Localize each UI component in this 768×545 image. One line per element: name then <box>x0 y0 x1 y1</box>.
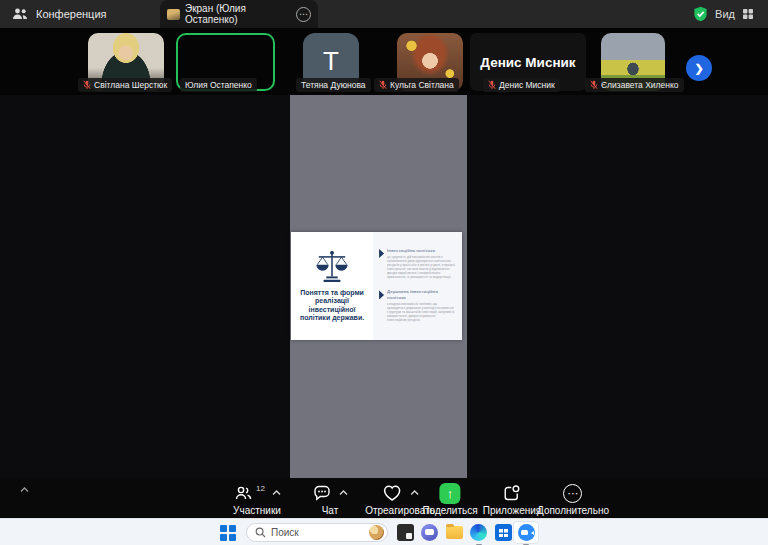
search-icon <box>255 527 266 538</box>
mic-muted-icon <box>379 80 387 90</box>
section-body: складова економічної політики, що провод… <box>387 302 455 322</box>
participant-name-label: Світлана Шерстюк <box>78 78 172 92</box>
search-placeholder: Поиск <box>271 527 299 538</box>
chevron-up-icon[interactable] <box>339 490 348 496</box>
edge-browser-icon[interactable] <box>470 524 487 541</box>
avatar-initial: T <box>323 46 339 77</box>
next-participants-button[interactable]: ❯ <box>686 55 712 81</box>
taskbar-search[interactable]: Поиск <box>246 523 388 542</box>
participant-name-label: Денис Мисник <box>483 78 560 92</box>
chevron-up-icon[interactable] <box>272 490 281 496</box>
more-ellipsis-icon: ⋯ <box>563 484 582 503</box>
gallery-grid-icon[interactable] <box>742 8 754 20</box>
section-body: це сукупність дій економічних агентів з … <box>387 255 455 279</box>
participant-name-label: Кульга Світлана <box>374 78 459 92</box>
task-view-icon[interactable] <box>397 524 414 541</box>
view-button-label[interactable]: Вид <box>715 8 735 20</box>
zoom-app-active[interactable] <box>513 521 539 544</box>
search-highlight-image[interactable] <box>369 525 384 540</box>
mic-muted-icon <box>83 80 91 90</box>
share-screen-button[interactable]: ↑ Поделиться <box>422 482 477 516</box>
meeting-top-bar: Конференция Экран (Юлия Остапенко) ⋯ Вид <box>0 0 768 28</box>
participants-button[interactable]: 12 Участники <box>233 482 281 516</box>
arrow-bullet-icon <box>379 290 384 299</box>
slide-section: Державна інвестиційна політика складова … <box>379 289 455 322</box>
meeting-toolbar: 12 Участники Чат Отреагироват <box>0 478 768 518</box>
tab-options-icon[interactable]: ⋯ <box>296 7 311 22</box>
heart-icon <box>381 483 403 503</box>
zoom-app-icon <box>518 524 535 541</box>
slide-content-panel: Інвестиційна політика це сукупність дій … <box>373 232 462 340</box>
apps-icon <box>502 483 522 503</box>
screen-share-tab[interactable]: Экран (Юлия Остапенко) ⋯ <box>160 0 318 28</box>
more-button[interactable]: ⋯ Дополнительно <box>537 482 609 516</box>
start-button[interactable] <box>220 525 235 540</box>
screen-thumbnail-icon <box>167 9 180 20</box>
tab-title: Экран (Юлия Остапенко) <box>185 3 291 25</box>
chat-icon <box>312 483 332 503</box>
teams-chat-icon[interactable] <box>421 524 438 541</box>
collapse-toolbar-caret[interactable] <box>20 487 29 493</box>
share-icon: ↑ <box>439 483 460 504</box>
conference-label: Конференция <box>36 8 106 20</box>
slide-section: Інвестиційна політика це сукупність дій … <box>379 248 455 279</box>
conference-label-group: Конференция <box>12 0 106 28</box>
zoom-meeting-window: Конференция Экран (Юлия Остапенко) ⋯ Вид… <box>0 0 768 545</box>
participant-name-label: Тетяна Дуюнова <box>296 78 371 92</box>
section-heading: Державна інвестиційна політика <box>387 289 455 300</box>
mic-muted-icon <box>590 80 598 90</box>
participant-display-name: Денис Мисник <box>470 55 586 70</box>
chat-button[interactable]: Чат <box>312 482 348 516</box>
section-heading: Інвестиційна політика <box>387 248 455 253</box>
microsoft-store-icon[interactable] <box>495 524 512 541</box>
slide-title: Поняття та форми реалізації інвестиційно… <box>300 289 364 323</box>
participants-filmstrip: T Денис Мисник Світлана Шерстюк Юлия Ост… <box>0 28 768 95</box>
presentation-slide: Поняття та форми реалізації інвестиційно… <box>291 232 462 340</box>
apps-button[interactable]: Приложения <box>483 482 542 516</box>
chevron-up-icon[interactable] <box>410 490 419 496</box>
mic-muted-icon <box>488 80 496 90</box>
view-controls: Вид <box>693 0 754 28</box>
participant-name-label: Юлия Остапенко <box>180 78 257 92</box>
windows-taskbar: Поиск ENG <box>0 518 768 545</box>
arrow-bullet-icon <box>379 249 384 258</box>
shared-document-background: Поняття та форми реалізації інвестиційно… <box>290 95 467 478</box>
participants-count-badge: 12 <box>256 484 265 493</box>
scales-of-justice-icon <box>313 250 351 284</box>
participant-name-label: Єлизавета Хиленко <box>585 78 684 92</box>
participants-icon <box>233 483 253 503</box>
group-icon <box>12 7 28 21</box>
file-explorer-icon[interactable] <box>446 526 463 539</box>
shared-screen-stage: Поняття та форми реалізації інвестиційно… <box>0 95 768 478</box>
slide-title-panel: Поняття та форми реалізації інвестиційно… <box>291 232 373 340</box>
security-shield-icon[interactable] <box>693 6 708 22</box>
